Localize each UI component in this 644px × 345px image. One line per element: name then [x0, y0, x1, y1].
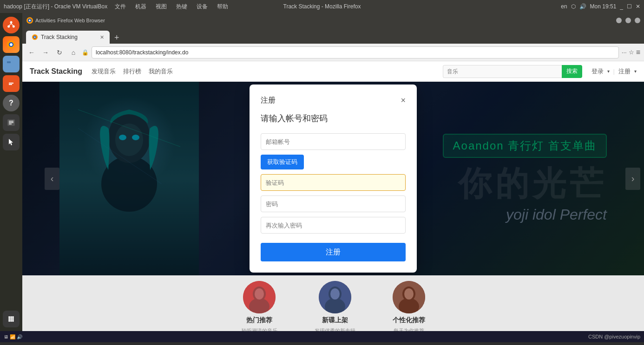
- browser-tab-active[interactable]: Track Stacking ✕: [26, 31, 110, 44]
- svg-point-1: [10, 21, 13, 24]
- svg-point-6: [10, 43, 13, 46]
- new-tab-btn[interactable]: +: [112, 33, 122, 43]
- login-arrow: ▾: [607, 69, 610, 74]
- category-new-desc: 发现优秀的新专辑: [315, 327, 355, 331]
- os-menu-item-hotkey[interactable]: 热键: [174, 3, 189, 11]
- firefox-browser-label[interactable]: Firefox Web Browser: [57, 18, 105, 23]
- site-auth-links: 登录 ▾ | 注册 ▾: [591, 67, 637, 76]
- os-network-icon: ⬡: [571, 3, 576, 10]
- dock-icon-pointer[interactable]: [3, 134, 20, 150]
- win-minimize-btn[interactable]: [616, 18, 622, 23]
- dock-apps-btn[interactable]: [3, 311, 20, 327]
- url-bar[interactable]: [92, 46, 619, 59]
- dock-apps-icon[interactable]: [3, 311, 20, 327]
- browser-title-left: Activities Firefox Web Browser: [26, 17, 105, 24]
- os-time: Mon 19:51: [590, 3, 617, 10]
- os-menu-item-help[interactable]: 帮助: [215, 3, 230, 11]
- dock-icon-scroll[interactable]: [3, 114, 20, 131]
- svg-point-18: [12, 316, 14, 318]
- nav-discover[interactable]: 发现音乐: [92, 67, 116, 76]
- category-new-label: 新碟上架: [322, 316, 348, 325]
- dock-icon-help[interactable]: ?: [3, 95, 20, 111]
- dock-icon-ubuntu[interactable]: [3, 17, 20, 33]
- dock-icon-files[interactable]: [3, 56, 20, 72]
- win-maximize-btn[interactable]: [625, 18, 631, 23]
- status-bar-left: 🖥 📶 🔊: [4, 334, 22, 339]
- status-bar: 🖥 📶 🔊 CSDN @pivezuopinvip: [0, 331, 644, 342]
- svg-point-24: [12, 320, 14, 322]
- get-code-btn[interactable]: 获取验证码: [261, 155, 304, 169]
- confirm-password-group: [261, 217, 406, 234]
- tab-title: Track Stacking: [41, 34, 78, 40]
- os-lang: en: [561, 3, 567, 10]
- site-navbar: Track Stacking 发现音乐 排行榜 我的音乐 搜索 登录 ▾ | 注…: [22, 61, 644, 82]
- reload-btn[interactable]: ↻: [54, 47, 65, 58]
- toolbar-bookmark-icon[interactable]: ☆: [629, 49, 634, 56]
- nav-my-music[interactable]: 我的音乐: [149, 67, 173, 76]
- category-hot-label: 热门推荐: [246, 316, 272, 325]
- category-new-avatar: [319, 281, 351, 313]
- email-input[interactable]: [261, 133, 406, 150]
- svg-point-49: [404, 288, 414, 299]
- register-arrow: ▾: [634, 69, 637, 74]
- os-volume-icon: 🔊: [579, 3, 586, 10]
- win-close-btn[interactable]: [635, 18, 640, 23]
- svg-rect-8: [7, 61, 11, 63]
- modal-close-btn[interactable]: ×: [401, 96, 406, 105]
- modal-header: 注册 ×: [261, 96, 406, 105]
- status-bar-right: CSDN @pivezuopinvip: [588, 334, 640, 339]
- os-win-close[interactable]: ✕: [636, 3, 640, 10]
- svg-point-30: [34, 37, 36, 38]
- toolbar-menu-icon[interactable]: ≡: [636, 48, 640, 57]
- category-new: 新碟上架 发现优秀的新专辑: [315, 281, 355, 331]
- toolbar-more-btn[interactable]: ···: [622, 49, 627, 56]
- dock-icon-software[interactable]: [3, 75, 20, 92]
- status-app-icons: 🖥 📶 🔊: [4, 334, 22, 339]
- os-win-maximize[interactable]: ☐: [627, 3, 632, 10]
- svg-point-27: [29, 20, 31, 21]
- os-menu-item-file[interactable]: 文件: [113, 3, 128, 11]
- site-bottom-categories: 热门推荐 聆听潮流的音乐 新碟上架 发现优秀的新专辑 个性化推荐 每天为你推荐: [22, 275, 644, 331]
- forward-btn[interactable]: →: [40, 47, 51, 58]
- email-row: [261, 133, 406, 150]
- svg-point-16: [8, 316, 10, 318]
- register-modal: 注册 × 请输入帐号和密码 获取验证码: [250, 85, 417, 273]
- svg-point-20: [10, 318, 12, 320]
- category-personal-desc: 每天为你推荐: [394, 327, 424, 331]
- login-link[interactable]: 登录: [591, 67, 604, 76]
- site-search-area: 搜索: [443, 65, 582, 78]
- tab-favicon: [32, 34, 38, 40]
- dock-icon-firefox[interactable]: [3, 36, 20, 53]
- get-code-group: 获取验证码: [261, 155, 406, 169]
- os-title-bar: hadoop [正在运行] - Oracle VM VirtualBox 文件 …: [4, 3, 230, 11]
- website-content: Track Stacking 发现音乐 排行榜 我的音乐 搜索 登录 ▾ | 注…: [22, 61, 644, 331]
- os-win-minimize[interactable]: _: [620, 3, 623, 10]
- tab-close-btn[interactable]: ✕: [100, 34, 104, 40]
- category-hot-avatar: [243, 281, 276, 313]
- svg-point-21: [12, 318, 14, 320]
- site-search-input[interactable]: [443, 65, 562, 78]
- home-btn[interactable]: ⌂: [68, 47, 79, 58]
- svg-rect-11: [9, 84, 12, 85]
- shield-icon: 🔒: [82, 49, 89, 56]
- password-group: [261, 195, 406, 212]
- os-menu-item-device[interactable]: 设备: [195, 3, 210, 11]
- os-menu-item-view[interactable]: 视图: [154, 3, 169, 11]
- register-submit-btn[interactable]: 注册: [261, 243, 406, 261]
- nav-ranking[interactable]: 排行榜: [123, 67, 141, 76]
- code-input[interactable]: [261, 174, 406, 191]
- back-btn[interactable]: ←: [26, 47, 37, 58]
- os-system-tray: en ⬡ 🔊 Mon 19:51 _ ☐ ✕: [561, 3, 640, 10]
- site-nav-links: 发现音乐 排行榜 我的音乐: [92, 67, 173, 76]
- svg-point-17: [10, 316, 12, 318]
- os-menu-item-machine[interactable]: 机器: [133, 3, 148, 11]
- activities-btn-label[interactable]: Activities: [35, 18, 55, 23]
- svg-point-19: [8, 318, 10, 320]
- email-input-wrap: [261, 133, 406, 150]
- password-input[interactable]: [261, 195, 406, 212]
- site-search-btn[interactable]: 搜索: [562, 65, 582, 78]
- register-link[interactable]: 注册: [618, 67, 631, 76]
- confirm-password-input[interactable]: [261, 217, 406, 234]
- firefox-browser-icon: [26, 17, 33, 24]
- os-window-title-center: Track Stacking - Mozilla Firefox: [283, 3, 361, 10]
